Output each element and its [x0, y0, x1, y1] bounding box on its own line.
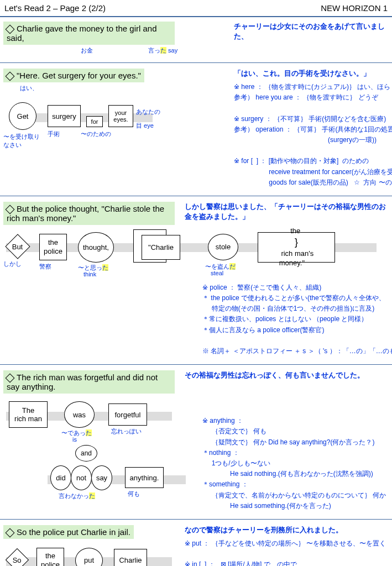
section-5: So the police put Charlie in jail. So なの… [3, 525, 389, 566]
sentence-1-jp: チャーリーは少女にそのお金をあげて言いました、 [234, 22, 389, 41]
diagram-4: The rich man was 〜であった is forgetful 忘れっぽ… [3, 398, 191, 509]
node-charlie-5: Charlie [114, 549, 147, 566]
node-get: Get [9, 102, 36, 130]
node-your-eyes: youreyes. [108, 105, 133, 127]
node-thought: thought, [78, 232, 114, 263]
node-richman: the } rich man'smoney." [258, 232, 335, 263]
node-did: did [50, 465, 71, 490]
page-header: Let's Read 2 – Page 2 (2/2) NEW HORIZON … [0, 0, 392, 17]
ann-hai: はい、 [20, 84, 229, 92]
node-for: for [86, 116, 103, 127]
sentence-5-jp: なので警察はチャーリーを刑務所に入れました。 [185, 525, 389, 535]
section-4: The rich man was forgetful and did not s… [3, 370, 389, 511]
notes-4: ※ anything ： ｛否定文で｝ 何も ｛疑問文で｝ 何か Did he … [202, 416, 389, 511]
section-3: But the police thought, "Charlie stole t… [3, 202, 389, 357]
node-put: put [75, 548, 103, 566]
sentence-3-jp: しかし警察は思いました、「チャーリーはその裕福な男性のお金を盗みました。」 [185, 202, 389, 222]
section-2: "Here. Get surgery for your eyes." はい、 G… [3, 69, 389, 188]
node-police-5: the police [36, 548, 64, 566]
sentence-3-en: But the police thought, "Charlie stole t… [3, 202, 175, 225]
node-charlie: "Charlie [142, 235, 180, 260]
sentence-1-en: Charlie gave the money to the girl and s… [3, 22, 175, 45]
node-surgery: surgery [48, 105, 81, 127]
node-say: say [91, 465, 112, 490]
header-right: NEW HORIZON 1 [321, 3, 388, 13]
node-was: was [64, 401, 95, 428]
node-anything: anything. [125, 467, 164, 488]
sentence-2-jp: 「はい、これ。目の手術を受けなさい。」 [234, 69, 389, 78]
node-police: the police [39, 234, 67, 260]
node-and: and [75, 445, 97, 462]
node-stole: stole [208, 234, 238, 260]
sentence-5-en: So the police put Charlie in jail. [3, 525, 134, 539]
node-so: So [6, 548, 29, 566]
ann-say: 言った say [148, 46, 177, 55]
notes-2: ※ here ： ｛物を渡す時に(カジュアル)｝ はい、ほら参考） here y… [234, 82, 389, 188]
notes-5: ※ put ： ｛手などを使い特定の場所へ｝ 〜を移動させる、〜を置く ※ in… [185, 538, 389, 566]
header-left: Let's Read 2 – Page 2 (2/2) [4, 3, 106, 13]
sentence-4-jp: その裕福な男性は忘れっぽく、何も言いませんでした。 [185, 370, 389, 380]
ann-okane: お金 [81, 46, 93, 55]
node-forgetful: forgetful [108, 403, 147, 426]
node-rich: The rich man [9, 401, 48, 428]
notes-3: ※ police ： 警察(そこで働く人々、組織)＊ the police で使… [202, 282, 389, 357]
node-but: But [5, 234, 30, 259]
sentence-4-en: The rich man was forgetful and did not s… [3, 370, 175, 394]
diagram-2: Get 〜を受け取り なさい surgery 手術 for 〜のための your… [3, 97, 229, 152]
diagram-5: So なので the police put 〜を(ある状態に) 置いた put … [3, 543, 180, 566]
node-not: not [71, 465, 92, 490]
diagram-3: But しかし the police 警察 thought, 〜と思った thi… [3, 229, 379, 279]
section-1: Charlie gave the money to the girl and s… [3, 22, 389, 55]
sentence-2-en: "Here. Get surgery for your eyes." [3, 69, 144, 82]
